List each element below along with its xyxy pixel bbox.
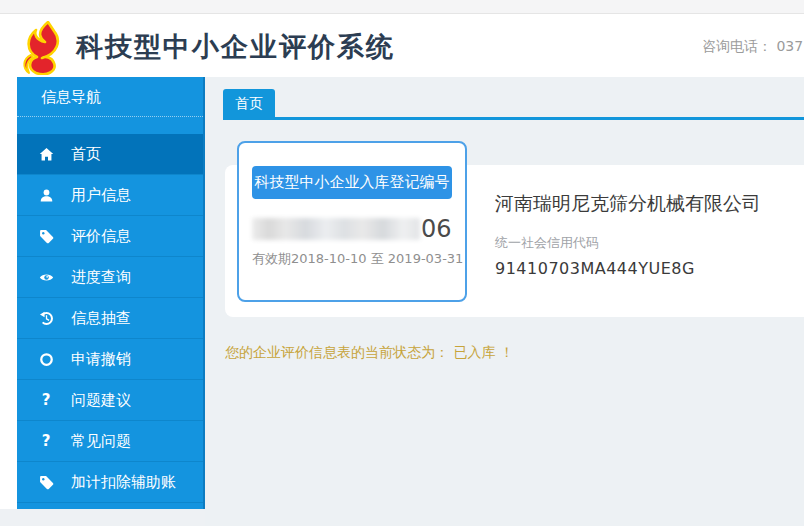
user-icon xyxy=(38,188,54,203)
history-icon xyxy=(38,311,54,326)
main-area: 信息导航 首页 用户信息 评价信息 进度查询 xyxy=(0,77,804,526)
redacted-number-blur xyxy=(252,218,420,240)
sidebar-item-info-spot-check[interactable]: 信息抽查 xyxy=(17,298,203,339)
sidebar-item-label: 首页 xyxy=(71,145,101,164)
home-icon xyxy=(38,147,54,162)
sidebar-item-user-info[interactable]: 用户信息 xyxy=(17,175,203,216)
company-name: 河南瑞明尼克筛分机械有限公司 xyxy=(495,191,761,217)
question-icon: ? xyxy=(38,434,54,449)
sidebar-item-label: 进度查询 xyxy=(71,268,131,287)
sidebar-item-label: 问题建议 xyxy=(71,391,131,410)
credit-code-label: 统一社会信用代码 xyxy=(495,234,761,252)
sidebar-item-label: 用户信息 xyxy=(71,186,131,205)
sidebar-item-label: 评价信息 xyxy=(71,227,131,246)
tab-home[interactable]: 首页 xyxy=(223,89,275,117)
left-spacer xyxy=(0,77,17,509)
company-info: 河南瑞明尼克筛分机械有限公司 统一社会信用代码 91410703MA444YUE… xyxy=(495,191,761,278)
sidebar-item-home[interactable]: 首页 xyxy=(17,134,203,175)
phone-label: 咨询电话： 037 xyxy=(702,38,803,56)
sidebar-item-evaluation-info[interactable]: 评价信息 xyxy=(17,216,203,257)
circle-o-icon xyxy=(38,352,54,367)
eye-icon xyxy=(38,270,54,285)
top-strip xyxy=(0,0,804,14)
app-title: 科技型中小企业评价系统 xyxy=(76,29,395,65)
sidebar-item-deduction-ledger[interactable]: 加计扣除辅助账 xyxy=(17,462,203,503)
sidebar-item-withdraw-request[interactable]: 申请撤销 xyxy=(17,339,203,380)
tag-icon xyxy=(38,475,54,490)
credit-code: 91410703MA444YUE8G xyxy=(495,259,761,278)
validity-text: 有效期2018-10-10 至 2019-03-31 xyxy=(252,250,452,268)
registration-card: 科技型中小企业入库登记编号 06 有效期2018-10-10 至 2019-03… xyxy=(237,141,467,302)
number-suffix: 06 xyxy=(421,215,452,243)
sidebar-gap xyxy=(17,117,203,134)
app-header: 科技型中小企业评价系统 咨询电话： 037 xyxy=(0,14,804,77)
sidebar-item-suggestions[interactable]: ? 问题建议 xyxy=(17,380,203,421)
sidebar-nav-title: 信息导航 xyxy=(17,77,203,117)
tag-icon xyxy=(38,229,54,244)
sidebar-item-label: 加计扣除辅助账 xyxy=(71,473,176,492)
sidebar-item-label: 信息抽查 xyxy=(71,309,131,328)
question-icon: ? xyxy=(38,393,54,408)
sidebar: 信息导航 首页 用户信息 评价信息 进度查询 xyxy=(17,77,205,509)
sidebar-item-progress-query[interactable]: 进度查询 xyxy=(17,257,203,298)
registration-badge: 科技型中小企业入库登记编号 xyxy=(252,166,452,199)
sidebar-item-label: 常见问题 xyxy=(71,432,131,451)
status-message: 您的企业评价信息表的当前状态为： 已入库 ！ xyxy=(225,344,514,362)
sidebar-item-label: 申请撤销 xyxy=(71,350,131,369)
sidebar-item-faq[interactable]: ? 常见问题 xyxy=(17,421,203,462)
tab-underline xyxy=(223,117,804,120)
torch-flame-logo-icon xyxy=(21,21,65,75)
registration-number: 06 xyxy=(252,217,452,241)
content-area: 首页 科技型中小企业入库登记编号 06 有效期2018-10-10 至 2019… xyxy=(205,77,804,526)
